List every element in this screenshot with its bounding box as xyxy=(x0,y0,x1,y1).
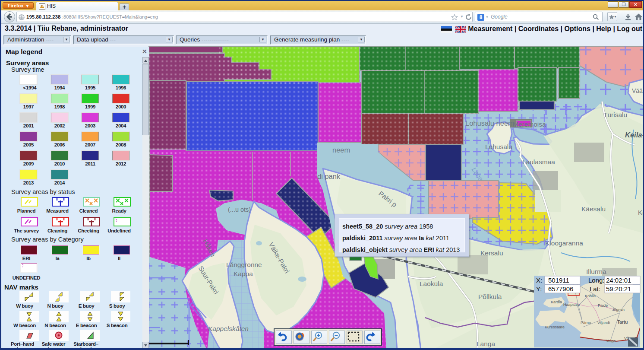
svg-text:Viljandi: Viljandi xyxy=(597,321,610,325)
svg-text:di pank: di pank xyxy=(317,172,341,180)
svg-text:Lohusalu: Lohusalu xyxy=(485,143,512,150)
svg-text:X:: X: xyxy=(536,277,542,284)
svg-text:neem: neem xyxy=(332,146,350,154)
svg-text:Kersalu: Kersalu xyxy=(480,249,503,257)
svg-text:Tartu: Tartu xyxy=(617,320,628,325)
svg-text:Långgronne: Långgronne xyxy=(226,261,262,268)
svg-text:Laulasmaa: Laulasmaa xyxy=(522,158,555,165)
svg-text:Põllküla: Põllküla xyxy=(478,293,502,300)
svg-text:Haapsalu: Haapsalu xyxy=(563,302,580,307)
svg-text:Jõgeva: Jõgeva xyxy=(612,308,625,312)
svg-text:501911: 501911 xyxy=(548,277,569,284)
svg-text:Keila-Jo: Keila-Jo xyxy=(625,131,644,139)
svg-text:Kärdla: Kärdla xyxy=(551,300,562,304)
svg-text:Meremoisa: Meremoisa xyxy=(513,121,546,128)
svg-text:Kee: Kee xyxy=(638,209,644,216)
svg-text:Vää: Vää xyxy=(632,87,643,94)
svg-text:Paide: Paide xyxy=(598,303,608,308)
svg-text:Kuressaare: Kuressaare xyxy=(545,325,565,329)
svg-text:Kappelskåten: Kappelskåten xyxy=(208,325,249,332)
svg-text:Valga: Valga xyxy=(606,339,616,343)
svg-text:Laoküla: Laoküla xyxy=(420,280,443,287)
svg-text:Kappa: Kappa xyxy=(234,270,253,277)
svg-text:Langa: Langa xyxy=(477,340,495,347)
svg-text:Käesalu: Käesalu xyxy=(581,205,606,213)
svg-text:(...u ots): (...u ots) xyxy=(228,206,251,213)
svg-text:Illurma: Illurma xyxy=(586,268,606,275)
svg-text:59:20:21: 59:20:21 xyxy=(606,285,631,293)
svg-text:Türisalu: Türisalu xyxy=(603,111,627,118)
svg-text:Pärnu: Pärnu xyxy=(581,321,591,325)
svg-text:6577906: 6577906 xyxy=(548,285,573,293)
svg-text:Kohila: Kohila xyxy=(585,294,596,298)
svg-text:Y:: Y: xyxy=(536,285,542,293)
svg-text:Kloogaranna: Kloogaranna xyxy=(545,239,583,247)
svg-text:24:02:01: 24:02:01 xyxy=(606,277,631,284)
svg-text:Lat:: Lat: xyxy=(590,285,600,293)
svg-text:Lohusalu neem: Lohusalu neem xyxy=(465,119,514,127)
svg-text:Long:: Long: xyxy=(588,277,605,284)
